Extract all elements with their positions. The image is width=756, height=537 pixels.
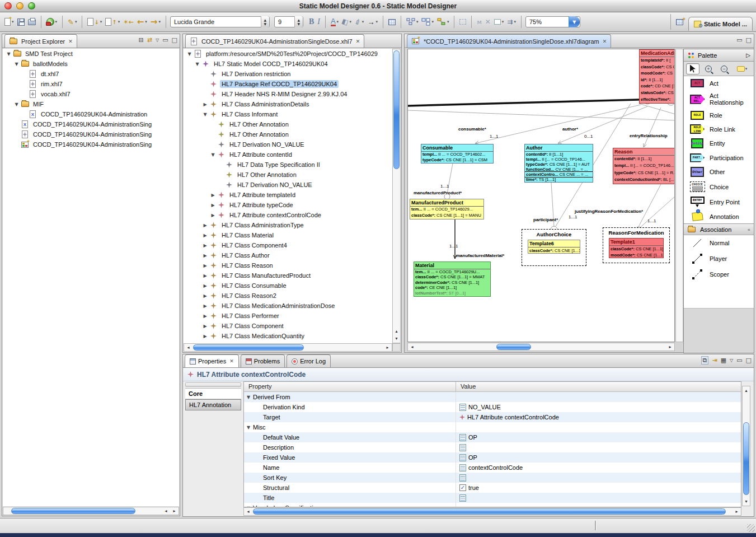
- twisty-icon[interactable]: ▶: [201, 334, 209, 339]
- tree-item[interactable]: HL7 Derivation NO_VALUE: [184, 180, 392, 190]
- twisty-icon[interactable]: ▶: [209, 203, 217, 208]
- scrollbar-thumb[interactable]: [253, 508, 726, 515]
- tab-model-editor[interactable]: COCD_TP146029UK04-AdministrationSingleDo…: [185, 34, 364, 48]
- palette-pin-icon[interactable]: ▷: [746, 52, 750, 58]
- tree-mode-icon[interactable]: ⧉: [701, 356, 709, 365]
- link-editor-icon[interactable]: ⇄: [147, 36, 152, 44]
- palette-header[interactable]: Palette ▷: [684, 49, 754, 62]
- diagram-vscrollbar[interactable]: [675, 49, 683, 342]
- palette-item-entity[interactable]: EntityEntity: [684, 136, 754, 151]
- tree-item[interactable]: ▼platform:/resource/SMD%20Test%20Project…: [184, 49, 392, 59]
- tree-item[interactable]: HL7 Other Annotation: [184, 170, 392, 180]
- property-row[interactable]: Default ValueOP: [244, 432, 741, 442]
- node-attribute[interactable]: lotNumberText*: ST [0...1]: [414, 291, 490, 296]
- property-row[interactable]: ▼Derived From: [244, 392, 741, 402]
- twisty-icon[interactable]: ▶: [201, 324, 209, 329]
- properties-hscrollbar[interactable]: ◂ ▸: [243, 507, 741, 516]
- palette-item-annotation[interactable]: Annotation: [684, 209, 754, 223]
- twisty-icon[interactable]: ▶: [201, 102, 209, 107]
- properties-vscrollbar[interactable]: ▴ ▾: [742, 386, 750, 506]
- scrollbar-thumb[interactable]: [11, 508, 135, 514]
- maximize-view-icon[interactable]: □: [746, 36, 752, 44]
- tree-item[interactable]: ▶HL7 Class AdministrationType: [184, 220, 392, 230]
- property-value-cell[interactable]: [456, 442, 741, 452]
- scroll-left-icon[interactable]: ◂: [408, 343, 416, 351]
- diagram-node-medicationadministration[interactable]: MedicationAdmitemplateId*: II [classCode…: [639, 49, 675, 104]
- property-row[interactable]: Structural✓true: [244, 483, 741, 493]
- tree-item[interactable]: rim.xhl7: [3, 79, 179, 89]
- node-attribute[interactable]: classCode*: CS CNE [1...1]: [609, 246, 663, 252]
- tab-problems[interactable]: Problems: [241, 354, 285, 367]
- copy-appearance-button[interactable]: [387, 15, 397, 29]
- twisty-icon[interactable]: ▶: [201, 243, 209, 248]
- property-row[interactable]: ▼Misc: [244, 422, 741, 432]
- node-attribute[interactable]: functionCod... CV CNE [1... = ...: [525, 167, 593, 172]
- tab-properties[interactable]: Properties✕: [185, 354, 239, 367]
- italic-button[interactable]: I: [316, 15, 321, 29]
- twisty-icon[interactable]: ▶: [201, 253, 209, 258]
- note-tool[interactable]: ▾: [733, 63, 751, 74]
- back-button[interactable]: ←▾: [136, 15, 148, 29]
- node-attribute[interactable]: time*: TS [1...1]: [525, 177, 593, 182]
- palette-item-entry-point[interactable]: ENTRYEntry Point: [684, 194, 754, 209]
- column-header-value[interactable]: Value: [456, 382, 741, 391]
- smooth-button[interactable]: ᴍ: [476, 15, 482, 29]
- palette-item-scoper[interactable]: Scoper: [684, 267, 754, 282]
- close-window-button[interactable]: [4, 2, 12, 10]
- twisty-icon[interactable]: ▶: [201, 314, 209, 319]
- tree-item[interactable]: XCOCD_TP146029UK04-AdministrationSing: [3, 119, 179, 129]
- palette-item-other[interactable]: OtherOther: [684, 165, 754, 179]
- diagram-hscrollbar[interactable]: ◂ ▸: [407, 343, 675, 351]
- node-attribute[interactable]: statusCode*: CS: [640, 90, 675, 96]
- diagram-node-material[interactable]: Materialtem... II ... = COCD_TP146029U..…: [414, 262, 491, 297]
- select-tool[interactable]: [686, 63, 699, 74]
- tab-project-explorer[interactable]: Project Explorer ✕: [4, 34, 77, 48]
- tree-item[interactable]: ▶HL7 Class Consumable: [184, 281, 392, 291]
- zoom-out-tool[interactable]: −: [717, 63, 731, 74]
- palette-item-role-link[interactable]: ROLE LINKRole Link: [684, 122, 754, 136]
- close-icon[interactable]: ✕: [603, 39, 607, 44]
- scroll-left-icon[interactable]: ◂: [162, 507, 170, 515]
- bold-button[interactable]: B: [308, 15, 315, 29]
- tree-item[interactable]: HL7 Derivation NO_VALUE: [184, 139, 392, 150]
- node-attribute[interactable]: templ... II [... = COCD_TP146...: [613, 162, 675, 169]
- font-size-combo[interactable]: 9 ▲▼: [274, 16, 303, 27]
- view-menu-icon[interactable]: ▽: [156, 38, 159, 43]
- twisty-icon[interactable]: ▼: [5, 52, 12, 57]
- tree-item[interactable]: ▼ballotModels: [3, 59, 179, 69]
- tree-item[interactable]: COCD_TP146029UK04-AdministrationSing: [3, 129, 179, 139]
- tree-item[interactable]: dt.xhl7: [3, 69, 179, 79]
- property-value-cell[interactable]: contextControlCode: [456, 463, 741, 473]
- edge-label[interactable]: 1...1: [440, 184, 449, 189]
- diagram-canvas[interactable]: sMedicationAdmitemplateId*: II [classCod…: [407, 49, 675, 342]
- scroll-right-icon[interactable]: ▸: [171, 507, 178, 515]
- node-attribute[interactable]: effectiveTime*:: [640, 96, 675, 103]
- tree-item[interactable]: ▼SMD Test Project: [3, 49, 179, 59]
- palette-item-participation[interactable]: PART.Participation: [684, 151, 754, 165]
- scrollbar-thumb[interactable]: [393, 50, 400, 169]
- collapse-section-icon[interactable]: «: [747, 227, 750, 232]
- scroll-left-icon[interactable]: ◂: [185, 344, 192, 351]
- property-row[interactable]: Sort Key: [244, 473, 741, 483]
- twisty-icon[interactable]: ▼: [201, 112, 209, 117]
- property-row[interactable]: ▼Vocabulary Specification: [244, 503, 741, 507]
- edge-label[interactable]: consumable*: [458, 127, 486, 132]
- twisty-icon[interactable]: ▶: [201, 303, 209, 309]
- model-editor-hscrollbar[interactable]: ◂ ▸: [184, 343, 392, 352]
- node-attribute[interactable]: templ... II [... = COCD_TP146...: [525, 157, 593, 162]
- forward-button[interactable]: →▾: [149, 15, 162, 29]
- node-attribute[interactable]: typeCode*: CS CNE [1...1] = CSM: [421, 157, 493, 163]
- palette-item-normal[interactable]: Normal: [684, 235, 754, 251]
- property-value-cell[interactable]: ✓true: [456, 483, 741, 493]
- marquee-button[interactable]: [458, 15, 467, 29]
- scroll-down-icon[interactable]: ▾: [393, 335, 400, 342]
- scrollbar-thumb[interactable]: [193, 344, 304, 351]
- print-button[interactable]: [27, 15, 37, 29]
- property-row[interactable]: TargetHL7 Attribute contextControlCode: [244, 412, 741, 422]
- minimize-view-icon[interactable]: ▭: [162, 36, 168, 44]
- property-value-cell[interactable]: [456, 422, 741, 432]
- tree-item[interactable]: ✶COCD_TP146029UK04-AdministrationSing: [3, 139, 179, 150]
- node-attribute[interactable]: code*: CE CNE [1...1]: [414, 285, 490, 290]
- node-attribute[interactable]: tem... II ... = COCD_TP146029U...: [414, 269, 490, 274]
- side-tab-hl7-annotation[interactable]: HL7 Annotation: [185, 399, 241, 410]
